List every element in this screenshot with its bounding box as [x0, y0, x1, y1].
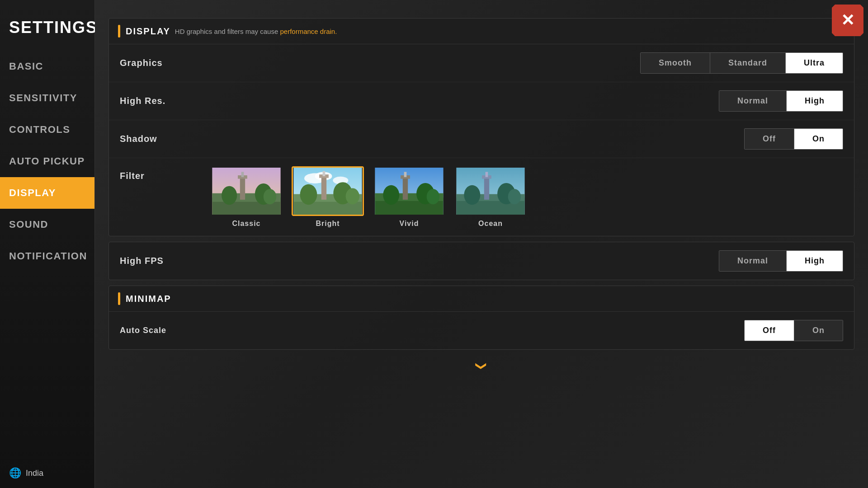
close-button[interactable]: ✕ [832, 5, 863, 36]
svg-point-27 [383, 185, 399, 205]
auto-scale-on-btn[interactable]: On [794, 320, 843, 341]
fps-high-btn[interactable]: High [787, 251, 843, 271]
high-fps-btn-group: Normal High [719, 250, 843, 272]
fps-section: High FPS Normal High [108, 242, 854, 280]
graphics-row: Graphics Smooth Standard Ultra [109, 44, 854, 82]
sidebar: SETTINGS BASIC SENSITIVITY CONTROLS AUTO… [0, 0, 95, 488]
display-subtitle: HD graphics and filters may cause perfor… [175, 28, 337, 35]
minimap-section-header: MINIMAP [109, 286, 854, 312]
shadow-label: Shadow [120, 134, 744, 144]
high-res-label: High Res. [120, 96, 719, 106]
svg-rect-3 [240, 176, 245, 200]
filter-ocean[interactable]: Ocean [454, 166, 527, 228]
graphics-ultra-btn[interactable]: Ultra [786, 53, 843, 73]
settings-title: SETTINGS [0, 5, 94, 51]
chevron-down-icon: ❯ [475, 361, 488, 371]
svg-rect-26 [404, 172, 407, 177]
svg-point-29 [427, 189, 439, 204]
filter-row: Filter [109, 158, 854, 236]
filter-ocean-thumb[interactable] [454, 166, 527, 216]
filter-thumbnails: Classic [210, 166, 843, 228]
auto-scale-label: Auto Scale [120, 326, 744, 335]
fps-normal-btn[interactable]: Normal [719, 251, 787, 271]
display-title: DISPLAY [126, 26, 170, 37]
svg-point-38 [508, 189, 521, 204]
auto-scale-off-btn[interactable]: Off [745, 320, 794, 341]
svg-rect-5 [241, 172, 244, 177]
sidebar-item-sound[interactable]: SOUND [0, 209, 94, 240]
svg-rect-15 [321, 175, 326, 200]
globe-icon: 🌐 [9, 467, 21, 479]
display-accent [118, 25, 120, 38]
filter-vivid-thumb[interactable] [373, 166, 445, 216]
minimap-accent [118, 292, 120, 305]
sidebar-item-sensitivity[interactable]: SENSITIVITY [0, 82, 94, 114]
sidebar-item-auto-pickup[interactable]: AUTO PICKUP [0, 145, 94, 177]
shadow-on-btn[interactable]: On [794, 129, 843, 149]
high-res-btn-group: Normal High [719, 90, 843, 112]
display-section-header: DISPLAY HD graphics and filters may caus… [109, 19, 854, 44]
filter-bright-label: Bright [316, 220, 340, 228]
high-fps-label: High FPS [120, 256, 719, 266]
graphics-label: Graphics [120, 58, 640, 68]
sidebar-bottom: 🌐 India [0, 458, 94, 488]
graphics-btn-group: Smooth Standard Ultra [640, 52, 843, 74]
sidebar-item-basic[interactable]: BASIC [0, 51, 94, 82]
filter-ocean-label: Ocean [478, 220, 503, 228]
shadow-off-btn[interactable]: Off [745, 129, 794, 149]
filter-classic-label: Classic [232, 220, 260, 228]
auto-scale-row: Auto Scale Off On [109, 312, 854, 349]
svg-point-6 [222, 186, 237, 205]
minimap-title: MINIMAP [126, 294, 171, 304]
filter-bright-thumb[interactable] [292, 166, 364, 216]
region-label: India [26, 469, 43, 478]
svg-rect-35 [486, 172, 488, 177]
high-res-normal-btn[interactable]: Normal [719, 91, 787, 111]
high-res-high-btn[interactable]: High [787, 91, 843, 111]
filter-vivid[interactable]: Vivid [373, 166, 445, 228]
shadow-row: Shadow Off On [109, 120, 854, 158]
svg-rect-24 [403, 176, 408, 200]
sidebar-item-notification[interactable]: NOTIFICATION [0, 240, 94, 272]
svg-rect-33 [484, 176, 489, 200]
graphics-smooth-btn[interactable]: Smooth [641, 53, 710, 73]
svg-point-20 [346, 188, 359, 204]
filter-vivid-label: Vivid [400, 220, 419, 228]
shadow-btn-group: Off On [744, 128, 843, 150]
content-wrapper: DISPLAY HD graphics and filters may caus… [108, 18, 854, 377]
filter-classic-thumb[interactable] [210, 166, 283, 216]
high-res-row: High Res. Normal High [109, 82, 854, 120]
display-warning: performance drain. [280, 28, 337, 35]
svg-point-18 [300, 184, 317, 205]
filter-bright[interactable]: Bright [292, 166, 364, 228]
sidebar-item-display[interactable]: DISPLAY [0, 177, 94, 209]
svg-point-8 [264, 189, 276, 204]
sidebar-item-controls[interactable]: CONTROLS [0, 114, 94, 145]
filter-label: Filter [120, 166, 210, 181]
graphics-standard-btn[interactable]: Standard [710, 53, 786, 73]
high-fps-row: High FPS Normal High [109, 242, 854, 280]
main-content: ✕ DISPLAY HD graphics and filters may ca… [95, 0, 868, 488]
scroll-indicator: ❯ [108, 355, 854, 377]
auto-scale-btn-group: Off On [744, 320, 843, 341]
svg-rect-17 [323, 171, 326, 176]
filter-classic[interactable]: Classic [210, 166, 283, 228]
close-icon: ✕ [841, 12, 854, 28]
display-section: DISPLAY HD graphics and filters may caus… [108, 18, 854, 236]
minimap-section: MINIMAP Auto Scale Off On [108, 286, 854, 350]
svg-point-36 [464, 185, 480, 205]
